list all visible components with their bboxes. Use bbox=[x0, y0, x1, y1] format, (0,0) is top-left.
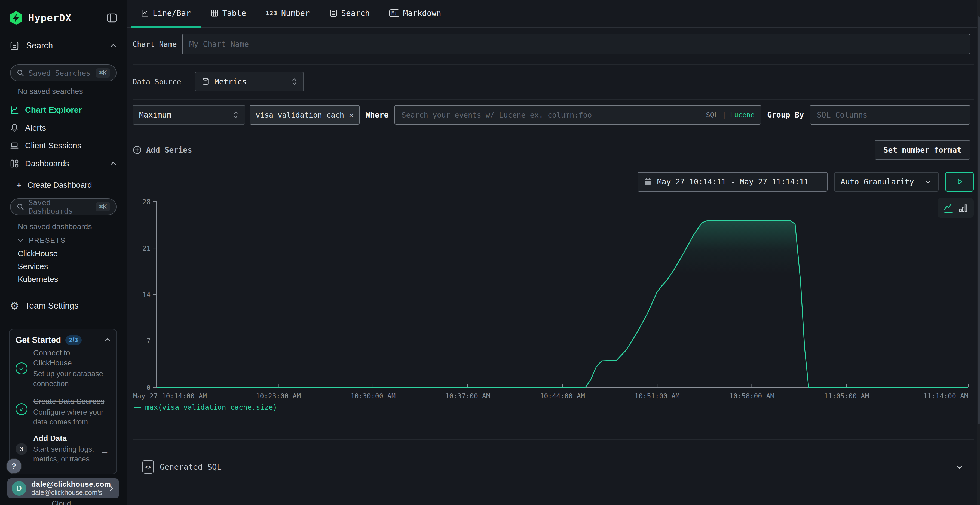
tab-label: Table bbox=[223, 8, 246, 18]
svg-text:7: 7 bbox=[146, 337, 151, 345]
get-started-step-2[interactable]: Create Data Sources Configure where your… bbox=[33, 396, 107, 427]
arrow-right-icon[interactable]: → bbox=[100, 446, 109, 456]
divider bbox=[132, 99, 974, 100]
help-button[interactable]: ? bbox=[6, 459, 21, 473]
sidebar-item-dashboards[interactable]: Dashboards bbox=[0, 156, 127, 172]
sql-toggle-option[interactable]: SQL bbox=[706, 111, 718, 119]
saved-searches-placeholder: Saved Searches bbox=[29, 69, 91, 77]
saved-searches-input[interactable]: Saved Searches ⌘K bbox=[10, 65, 116, 81]
sidebar-item-label: Alerts bbox=[25, 123, 46, 132]
shortcut-badge: ⌘K bbox=[96, 202, 110, 211]
sidebar-item-chart-explorer[interactable]: Chart Explorer bbox=[0, 102, 127, 118]
group-by-input[interactable] bbox=[810, 105, 970, 125]
user-email: dale@clickhouse.com bbox=[31, 480, 108, 489]
user-account-button[interactable]: D dale@clickhouse.com dale@clickhouse.co… bbox=[7, 478, 119, 499]
aggregation-select[interactable]: Maximum bbox=[132, 105, 245, 125]
database-icon bbox=[202, 78, 210, 86]
scrollbar[interactable] bbox=[977, 0, 980, 505]
user-subtitle: dale@clickhouse.com's bbox=[31, 489, 108, 497]
toggle-separator: | bbox=[722, 111, 726, 119]
where-label: Where bbox=[366, 110, 388, 119]
line-chart-icon bbox=[141, 9, 149, 17]
chevron-up-icon[interactable] bbox=[104, 336, 111, 344]
query-language-toggle: SQL | Lucene bbox=[706, 105, 755, 125]
generated-sql-label: Generated SQL bbox=[160, 462, 221, 472]
tab-number[interactable]: 123 Number bbox=[256, 0, 320, 28]
main-content: Line/Bar Table 123 Number Search M↓ Ma bbox=[127, 0, 980, 505]
data-source-label: Data Source bbox=[132, 78, 195, 86]
metric-chip[interactable]: visa_validation_cach ✕ bbox=[250, 105, 360, 125]
get-started-header[interactable]: Get Started 2/3 bbox=[16, 335, 111, 345]
calendar-icon bbox=[644, 178, 652, 186]
data-source-select[interactable]: Metrics bbox=[195, 72, 304, 91]
svg-text:0: 0 bbox=[146, 384, 151, 392]
chevron-down-icon bbox=[17, 237, 24, 244]
chart-legend[interactable]: max(visa_validation_cache.size) bbox=[134, 403, 277, 411]
preset-kubernetes[interactable]: Kubernetes bbox=[18, 275, 58, 284]
sidebar-item-team-settings[interactable]: ⚙ Team Settings bbox=[10, 300, 79, 312]
search-section-icon bbox=[10, 41, 19, 50]
presets-header[interactable]: PRESETS bbox=[17, 236, 65, 245]
create-dashboard-button[interactable]: + Create Dashboard bbox=[16, 180, 92, 190]
events-search-wrap: SQL | Lucene bbox=[395, 105, 761, 125]
tab-search[interactable]: Search bbox=[320, 0, 380, 28]
get-started-progress-badge: 2/3 bbox=[65, 335, 82, 345]
sidebar-section-search[interactable]: Search bbox=[0, 36, 127, 56]
get-started-step-3[interactable]: Add Data Start sending logs, metrics, or… bbox=[33, 433, 107, 464]
sidebar-item-label: Chart Explorer bbox=[25, 105, 82, 114]
step-desc: Start sending logs, metrics, or traces bbox=[33, 444, 107, 464]
close-icon[interactable]: ✕ bbox=[349, 110, 354, 119]
svg-text:10:51:00 AM: 10:51:00 AM bbox=[635, 392, 680, 400]
run-query-button[interactable] bbox=[945, 172, 974, 192]
saved-dashboards-input[interactable]: Saved Dashboards ⌘K bbox=[10, 199, 116, 215]
search-icon bbox=[17, 69, 24, 77]
chevron-right-icon bbox=[108, 484, 115, 492]
aggregation-value: Maximum bbox=[139, 110, 171, 119]
plus-circle-icon bbox=[132, 145, 142, 154]
plus-icon: + bbox=[16, 180, 22, 190]
get-started-title: Get Started bbox=[16, 335, 61, 345]
sidebar-item-alerts[interactable]: Alerts bbox=[0, 120, 127, 136]
get-started-step-1[interactable]: Connect to ClickHouse Set up your databa… bbox=[33, 348, 107, 389]
line-chart-svg[interactable]: 07142128May 27 10:14:00 AM10:23:00 AM10:… bbox=[132, 199, 974, 400]
date-range-picker[interactable]: May 27 10:14:11 - May 27 11:14:11 bbox=[638, 172, 827, 192]
code-icon: <> bbox=[142, 460, 154, 474]
generated-sql-row[interactable]: <> Generated SQL bbox=[132, 439, 974, 494]
search-list-icon bbox=[329, 9, 337, 17]
preset-services[interactable]: Services bbox=[18, 262, 48, 271]
table-icon bbox=[210, 9, 219, 17]
bell-icon bbox=[10, 123, 21, 132]
laptop-icon bbox=[10, 141, 21, 150]
tab-table[interactable]: Table bbox=[200, 0, 256, 28]
granularity-select[interactable]: Auto Granularity bbox=[834, 172, 939, 192]
tab-line-bar[interactable]: Line/Bar bbox=[131, 0, 200, 28]
saved-dashboards-placeholder: Saved Dashboards bbox=[29, 199, 96, 215]
add-series-button[interactable]: Add Series bbox=[132, 145, 192, 154]
sidebar-item-client-sessions[interactable]: Client Sessions bbox=[0, 138, 127, 154]
chevron-up-icon[interactable] bbox=[110, 160, 117, 167]
svg-text:10:37:00 AM: 10:37:00 AM bbox=[445, 392, 490, 400]
search-section-label: Search bbox=[26, 41, 53, 51]
svg-text:May 27 10:14:00 AM: May 27 10:14:00 AM bbox=[133, 392, 207, 400]
app-window: HyperDX Search Saved Searches ⌘K No save… bbox=[0, 0, 980, 505]
preset-clickhouse[interactable]: ClickHouse bbox=[18, 249, 58, 258]
chart-name-input[interactable] bbox=[182, 34, 970, 54]
divider bbox=[132, 65, 974, 65]
sidebar-collapse-icon[interactable] bbox=[107, 13, 117, 22]
step-number-badge: 3 bbox=[16, 443, 27, 455]
series-actions-row: Add Series Set number format bbox=[132, 138, 970, 162]
tab-label: Search bbox=[341, 8, 370, 18]
app-title: HyperDX bbox=[28, 12, 72, 24]
no-saved-dashboards-text: No saved dashboards bbox=[18, 222, 92, 231]
data-source-value: Metrics bbox=[215, 77, 247, 86]
scrollbar-thumb[interactable] bbox=[978, 16, 980, 424]
gear-icon: ⚙ bbox=[10, 300, 19, 312]
set-number-format-button[interactable]: Set number format bbox=[875, 140, 970, 160]
svg-text:21: 21 bbox=[142, 245, 151, 252]
tab-markdown[interactable]: M↓ Markdown bbox=[379, 0, 451, 28]
lucene-toggle-option[interactable]: Lucene bbox=[730, 111, 755, 119]
search-icon bbox=[17, 203, 24, 211]
chevron-down-icon[interactable] bbox=[955, 462, 964, 472]
chevron-up-icon[interactable] bbox=[110, 42, 117, 49]
avatar: D bbox=[12, 481, 26, 496]
